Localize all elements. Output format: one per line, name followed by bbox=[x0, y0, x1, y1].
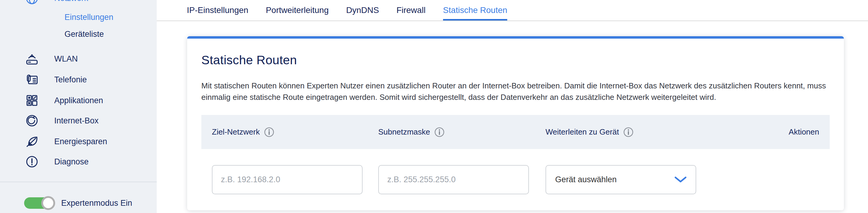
sidebar-item-telefonie[interactable]: Telefonie bbox=[0, 71, 157, 88]
sidebar-item-internet-box[interactable]: Internet-Box bbox=[0, 112, 157, 129]
tab-statische-routen[interactable]: Statische Routen bbox=[443, 0, 507, 21]
column-header-ziel-netzwerk: Ziel-Netzwerk bbox=[201, 127, 368, 137]
column-header-label: Subnetzmaske bbox=[378, 127, 430, 137]
app-grid-icon bbox=[25, 94, 39, 107]
sidebar-item-label: WLAN bbox=[54, 54, 78, 64]
new-route-row: Gerät auswählen bbox=[201, 165, 830, 194]
table-header-row: Ziel-Netzwerk Subnetzmaske bbox=[201, 115, 830, 149]
ziel-netzwerk-cell bbox=[201, 165, 368, 194]
tab-dyndns[interactable]: DynDNS bbox=[346, 0, 379, 21]
page-title: Statische Routen bbox=[201, 53, 830, 67]
sidebar-item-label: Netzwerk bbox=[54, 0, 88, 3]
sidebar-item-label: Energiesparen bbox=[54, 137, 107, 146]
globe-arrow-icon bbox=[25, 114, 39, 128]
sidebar-item-geraeteliste[interactable]: Geräteliste bbox=[0, 26, 157, 43]
statische-routen-card: Statische Routen Mit statischen Routen k… bbox=[187, 36, 844, 210]
settings-tabbar: IP-Einstellungen Portweiterleitung DynDN… bbox=[157, 0, 868, 21]
tab-firewall[interactable]: Firewall bbox=[396, 0, 425, 21]
geraet-select-value: Gerät auswählen bbox=[555, 175, 617, 184]
subnetzmaske-input[interactable] bbox=[378, 165, 529, 194]
sidebar-item-applikationen[interactable]: Applikationen bbox=[0, 92, 157, 109]
sidebar-item-label: Einstellungen bbox=[64, 13, 113, 22]
sidebar-footer-divider bbox=[0, 182, 157, 182]
column-header-label: Weiterleiten zu Gerät bbox=[546, 127, 619, 137]
geraet-cell: Gerät auswählen bbox=[535, 165, 702, 194]
sidebar: Netzwerk Einstellungen Geräteliste WLAN bbox=[0, 0, 157, 213]
chevron-down-icon bbox=[675, 177, 687, 183]
info-icon[interactable] bbox=[623, 127, 633, 137]
sidebar-item-netzwerk[interactable]: Netzwerk bbox=[0, 0, 157, 7]
expert-mode-toggle[interactable] bbox=[24, 197, 54, 209]
globe-icon bbox=[25, 0, 39, 5]
sidebar-item-diagnose[interactable]: Diagnose bbox=[0, 153, 157, 170]
leaf-icon bbox=[25, 135, 39, 149]
tab-portweiterleitung[interactable]: Portweiterleitung bbox=[266, 0, 329, 21]
geraet-select[interactable]: Gerät auswählen bbox=[546, 165, 696, 194]
sidebar-item-einstellungen[interactable]: Einstellungen bbox=[0, 9, 157, 26]
sidebar-item-label: Applikationen bbox=[54, 96, 103, 105]
column-header-aktionen: Aktionen bbox=[702, 127, 830, 137]
ziel-netzwerk-input[interactable] bbox=[212, 165, 363, 194]
expert-mode-label: Expertenmodus Ein bbox=[61, 198, 132, 208]
info-icon[interactable] bbox=[264, 127, 274, 137]
router-wifi-icon bbox=[25, 52, 39, 66]
card-description: Mit statischen Routen können Experten Nu… bbox=[201, 80, 830, 103]
tab-ip-einstellungen[interactable]: IP-Einstellungen bbox=[187, 0, 248, 21]
phone-card-icon bbox=[25, 73, 39, 87]
column-header-label: Ziel-Netzwerk bbox=[212, 127, 260, 137]
column-header-weiterleiten: Weiterleiten zu Gerät bbox=[535, 127, 702, 137]
sidebar-item-label: Internet-Box bbox=[54, 116, 98, 126]
toggle-knob[interactable] bbox=[41, 196, 55, 210]
sidebar-item-label: Diagnose bbox=[54, 157, 89, 166]
column-header-subnetzmaske: Subnetzmaske bbox=[368, 127, 535, 137]
info-icon[interactable] bbox=[434, 127, 444, 137]
main-content: IP-Einstellungen Portweiterleitung DynDN… bbox=[157, 0, 868, 213]
column-header-label: Aktionen bbox=[789, 127, 819, 137]
sidebar-item-label: Geräteliste bbox=[64, 30, 104, 39]
sidebar-item-wlan[interactable]: WLAN bbox=[0, 50, 157, 67]
sidebar-item-label: Telefonie bbox=[54, 75, 87, 84]
alert-circle-icon bbox=[25, 155, 39, 169]
sidebar-item-energiesparen[interactable]: Energiesparen bbox=[0, 133, 157, 150]
card-accent-bar bbox=[187, 36, 844, 38]
subnetzmaske-cell bbox=[368, 165, 535, 194]
